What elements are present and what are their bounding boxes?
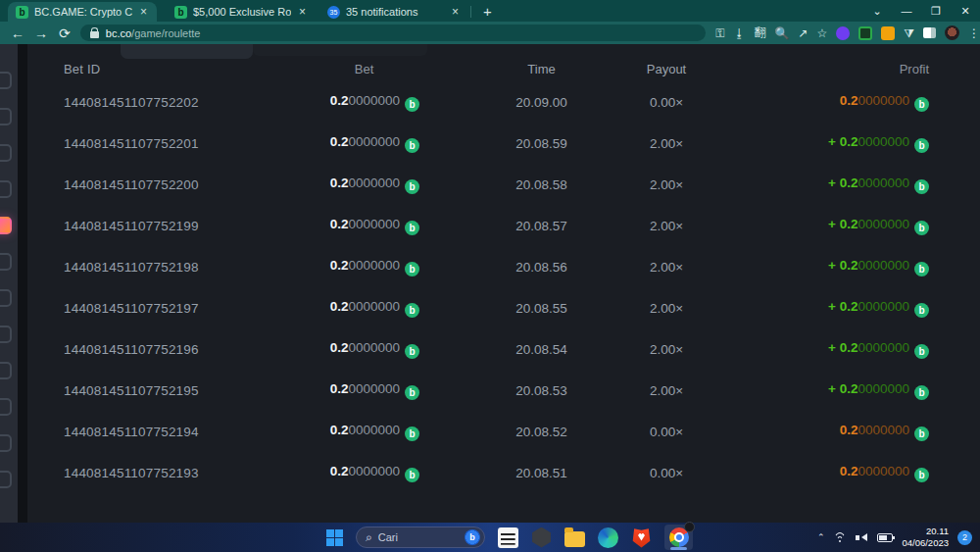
sidebar-icon[interactable]	[0, 362, 12, 379]
maximize-button[interactable]: ❐	[921, 5, 951, 18]
taskbar-app-grid-icon[interactable]	[498, 527, 518, 548]
bet-history-table: Bet ID Bet Time Payout Profit 1440814511…	[27, 44, 980, 523]
desktop: b BC.GAME: Crypto Casino Games × b $5,00…	[0, 0, 980, 552]
table-row[interactable]: 144081451107752199 0.20000000b 20.08.57 …	[27, 205, 980, 246]
sidebar-icon[interactable]	[0, 289, 12, 307]
extension-purple-icon[interactable]	[836, 26, 850, 40]
taskbar-chrome-icon[interactable]	[664, 525, 693, 550]
table-row[interactable]: 144081451107752200 0.20000000b 20.08.58 …	[27, 164, 980, 205]
table-row[interactable]: 144081451107752197 0.20000000b 20.08.55 …	[27, 287, 980, 328]
sidebar-icon[interactable]	[0, 326, 12, 343]
taskbar-edge-icon[interactable]	[598, 527, 618, 548]
table-body: 144081451107752202 0.20000000b 20.09.00 …	[27, 81, 980, 493]
sidebar-icon[interactable]	[0, 398, 12, 416]
zoom-icon[interactable]: 🔍	[774, 26, 789, 40]
new-tab-button[interactable]: +	[483, 3, 492, 20]
bc-coin-icon: b	[405, 344, 419, 359]
bc-coin-icon: b	[914, 344, 929, 359]
sidebar-icon[interactable]	[0, 471, 12, 488]
taskbar-search[interactable]: ⌕ Cari b	[356, 527, 485, 548]
reload-icon[interactable]: ⟳	[53, 25, 76, 41]
table-row[interactable]: 144081451107752193 0.20000000b 20.08.51 …	[27, 452, 980, 493]
back-icon[interactable]: ←	[6, 25, 29, 41]
bookmark-star-icon[interactable]: ☆	[817, 26, 828, 40]
time-cell: 20.08.57	[451, 219, 632, 233]
sidebar-icon[interactable]	[0, 144, 12, 162]
bc-coin-icon: b	[914, 427, 929, 441]
sidebar-icon[interactable]	[0, 253, 12, 271]
bet-cell: 0.20000000b	[309, 258, 451, 276]
browser-menu-chevron-icon[interactable]: ⌄	[862, 5, 892, 18]
notification-favicon-icon: 35	[327, 6, 340, 19]
bet-cell: 0.20000000b	[309, 299, 451, 318]
sidebar-icon[interactable]	[0, 180, 12, 198]
system-tray: ⌃ 20.11 04/06/2023 2	[817, 526, 980, 549]
bet-id-cell: 144081451107752196	[64, 342, 309, 357]
tab-divider	[470, 6, 471, 18]
search-icon: ⌕	[366, 530, 372, 544]
sidebar-icon[interactable]	[0, 434, 12, 452]
windows-taskbar: ⌕ Cari b ⌃ 20.11 04/06/2023 2	[0, 523, 980, 552]
taskbar-file-explorer-icon[interactable]	[564, 531, 585, 547]
bc-coin-icon: b	[914, 221, 929, 235]
profit-cell: + 0.20000000b	[701, 217, 929, 235]
kebab-menu-icon[interactable]: ⋮	[968, 26, 980, 40]
payout-cell: 2.00×	[632, 383, 701, 398]
tab-roulette-promo[interactable]: b $5,000 Exclusive Roulette Prestig ×	[167, 2, 316, 22]
minimize-button[interactable]: —	[892, 5, 921, 17]
tab-notifications[interactable]: 35 35 notifications ×	[319, 2, 468, 22]
bet-id-cell: 144081451107752197	[64, 301, 309, 316]
share-icon[interactable]: ↗	[798, 26, 808, 40]
clock-date: 04/06/2023	[902, 537, 949, 549]
time-cell: 20.09.00	[451, 95, 632, 110]
sidebar-roulette-icon[interactable]	[0, 217, 12, 234]
profit-cell: + 0.20000000b	[701, 381, 929, 400]
table-row[interactable]: 144081451107752196 0.20000000b 20.08.54 …	[27, 328, 980, 370]
notification-count-badge[interactable]: 2	[957, 530, 972, 545]
profit-cell: + 0.20000000b	[701, 134, 929, 153]
start-button[interactable]	[326, 529, 343, 546]
payout-cell: 0.00×	[632, 95, 701, 110]
password-key-icon[interactable]: ⚿	[715, 26, 724, 40]
extensions-puzzle-icon[interactable]: ⧩	[904, 26, 914, 40]
bet-cell: 0.20000000b	[309, 464, 451, 482]
table-row[interactable]: 144081451107752198 0.20000000b 20.08.56 …	[27, 246, 980, 287]
bc-coin-icon: b	[405, 468, 419, 482]
profit-cell: 0.20000000b	[701, 464, 929, 482]
table-row[interactable]: 144081451107752195 0.20000000b 20.08.53 …	[27, 370, 980, 411]
extension-orange-icon[interactable]	[881, 26, 895, 40]
table-row[interactable]: 144081451107752201 0.20000000b 20.08.59 …	[27, 123, 980, 164]
extension-green-icon[interactable]	[858, 26, 872, 40]
taskbar-unity-icon[interactable]	[531, 527, 552, 548]
bc-favicon-icon: b	[174, 6, 187, 19]
table-row[interactable]: 144081451107752202 0.20000000b 20.09.00 …	[27, 81, 980, 123]
sidebar-icon[interactable]	[0, 72, 12, 89]
taskbar-brave-icon[interactable]	[631, 527, 652, 548]
address-bar[interactable]: bc.co/game/roulette	[80, 25, 707, 41]
time-cell: 20.08.54	[451, 342, 632, 357]
bc-coin-icon: b	[914, 468, 929, 482]
sidebar-icon[interactable]	[0, 108, 12, 125]
install-icon[interactable]: ⭳	[733, 26, 745, 40]
volume-icon[interactable]	[856, 532, 868, 543]
tab-close-icon[interactable]: ×	[297, 5, 308, 19]
bc-coin-icon: b	[914, 138, 929, 153]
time-cell: 20.08.59	[451, 136, 632, 151]
search-label: Cari	[378, 531, 459, 543]
tray-chevron-icon[interactable]: ⌃	[817, 532, 825, 542]
side-panel-icon[interactable]	[923, 27, 936, 38]
time-cell: 20.08.53	[451, 383, 632, 398]
tab-close-icon[interactable]: ×	[138, 5, 149, 19]
tab-bcgame[interactable]: b BC.GAME: Crypto Casino Games ×	[8, 2, 157, 22]
table-row[interactable]: 144081451107752194 0.20000000b 20.08.52 …	[27, 411, 980, 452]
clock[interactable]: 20.11 04/06/2023	[902, 526, 949, 549]
wifi-icon[interactable]	[833, 532, 847, 542]
battery-icon[interactable]	[877, 533, 893, 542]
forward-icon[interactable]: →	[29, 25, 53, 41]
tab-title: BC.GAME: Crypto Casino Games	[34, 6, 132, 18]
header-bet: Bet	[309, 62, 451, 76]
translate-icon[interactable]: 翻	[754, 25, 765, 41]
close-button[interactable]: ✕	[951, 5, 980, 18]
profile-avatar[interactable]	[945, 25, 959, 40]
tab-close-icon[interactable]: ×	[450, 5, 461, 19]
